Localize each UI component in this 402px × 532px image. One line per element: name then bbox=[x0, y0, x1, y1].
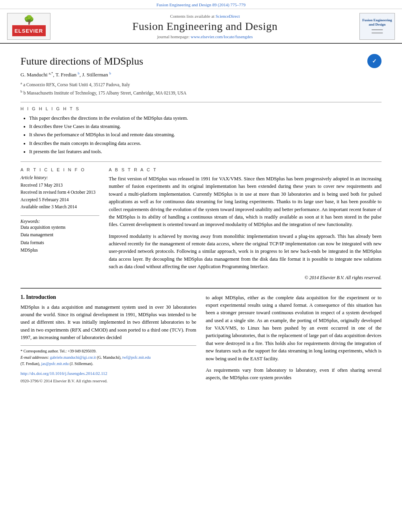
sci-direct-link[interactable]: ScienceDirect bbox=[216, 14, 240, 19]
homepage-link[interactable]: www.elsevier.com/locate/fusengdes bbox=[191, 34, 253, 39]
doi-link[interactable]: http://dx.doi.org/10.1016/j.fusengdes.20… bbox=[20, 370, 196, 377]
keyword-item: Data management bbox=[20, 231, 99, 239]
abstract-paragraph-2: Improved modularity is achieved by movin… bbox=[109, 233, 382, 271]
divider-kw bbox=[20, 215, 99, 216]
article-container: Future directions of MDSplus ✓ G. Manduc… bbox=[0, 44, 402, 394]
homepage-line: journal homepage: www.elsevier.com/locat… bbox=[50, 34, 359, 39]
revised-date: Received in revised form 4 October 2013 bbox=[20, 189, 99, 196]
keywords-list: Data acquisition systems Data management… bbox=[20, 224, 99, 254]
received-date: Received 17 May 2013 bbox=[20, 182, 99, 189]
journal-citation: Fusion Engineering and Design 89 (2014) … bbox=[0, 0, 402, 9]
right-paragraph-1: to adopt MDSplus, either as the complete… bbox=[206, 294, 382, 363]
journal-name: Fusion Engineering and Design bbox=[50, 20, 359, 33]
journal-logo-right: Fusion Engineeringand Design ━━━━━━━━━━━… bbox=[359, 13, 395, 40]
sci-direct-line: Contents lists available at ScienceDirec… bbox=[50, 14, 359, 19]
highlight-item: It presents the last features and tools. bbox=[29, 148, 382, 156]
keywords-label: Keywords: bbox=[20, 219, 99, 224]
right-paragraph-2: As requirements vary from laboratory to … bbox=[206, 367, 382, 382]
body-right-col: to adopt MDSplus, either as the complete… bbox=[206, 294, 382, 386]
abstract-paragraph-1: The first version of MDSplus was release… bbox=[109, 175, 382, 229]
keywords-section: Keywords: Data acquisition systems Data … bbox=[20, 215, 99, 254]
article-history-label: Article history: bbox=[20, 175, 99, 180]
footnote-corresponding: * Corresponding author. Tel.: +39 049 82… bbox=[20, 348, 196, 354]
article-info: A R T I C L E I N F O Article history: R… bbox=[20, 167, 99, 281]
divider-1 bbox=[20, 102, 382, 102]
elsevier-wordmark: ELSEVIER bbox=[12, 25, 46, 36]
highlights-section: H I G H L I G H T S This paper describes… bbox=[20, 106, 382, 156]
highlight-item: This paper describes the directions in t… bbox=[29, 114, 382, 122]
article-title: Future directions of MDSplus bbox=[20, 56, 143, 67]
elsevier-logo-block: 🌳 ELSEVIER bbox=[7, 13, 50, 40]
keyword-item: MDSplus bbox=[20, 247, 99, 254]
email-link-manduchi[interactable]: gabriele.manduchi@igi.cnr.it bbox=[50, 355, 96, 360]
affil-a: a a Consorzio RFX, Corso Stati Uniti 4, … bbox=[20, 80, 382, 88]
abstract-heading: A B S T R A C T bbox=[109, 167, 382, 172]
email-link-twf[interactable]: twf@psfc.mit.edu bbox=[122, 355, 151, 360]
highlight-item: It shows the performance of MDSplus in l… bbox=[29, 131, 382, 139]
divider-2 bbox=[20, 161, 382, 162]
body-divider bbox=[20, 288, 382, 289]
keyword-item: Data acquisition systems bbox=[20, 224, 99, 232]
highlights-heading: H I G H L I G H T S bbox=[20, 106, 382, 111]
affiliations-block: a a Consorzio RFX, Corso Stati Uniti 4, … bbox=[20, 80, 382, 96]
author-affil-b1[interactable]: b bbox=[78, 71, 80, 75]
author-affil-b2[interactable]: b bbox=[109, 71, 111, 75]
copyright-line: © 2014 Elsevier B.V. All rights reserved… bbox=[109, 275, 382, 281]
highlight-item: It describes three Use Cases in data str… bbox=[29, 122, 382, 131]
affil-b: b b Massachusetts Institute of Technolog… bbox=[20, 89, 382, 96]
right-logo-title: Fusion Engineeringand Design bbox=[362, 18, 392, 27]
crossmark-logo: ✓ bbox=[367, 54, 382, 68]
issn-line: 0920-3796/© 2014 Elsevier B.V. All right… bbox=[20, 378, 196, 385]
intro-paragraph-1: MDSplus is a data acquisition and manage… bbox=[20, 304, 196, 342]
journal-title-block: Contents lists available at ScienceDirec… bbox=[50, 14, 359, 39]
article-info-heading: A R T I C L E I N F O bbox=[20, 167, 99, 172]
available-date: Available online 3 March 2014 bbox=[20, 203, 99, 210]
highlight-item: It describes the main concepts in decoup… bbox=[29, 139, 382, 148]
footnotes-block: * Corresponding author. Tel.: +39 049 82… bbox=[20, 345, 196, 384]
accepted-date: Accepted 5 February 2014 bbox=[20, 196, 99, 203]
highlights-list: This paper describes the directions in t… bbox=[20, 114, 382, 156]
journal-header: 🌳 ELSEVIER Contents lists available at S… bbox=[0, 9, 402, 44]
abstract-section: A B S T R A C T The first version of MDS… bbox=[109, 167, 382, 281]
email-link-jas[interactable]: jas@psfc.mit.edu bbox=[41, 361, 69, 366]
tree-icon: 🌳 bbox=[24, 15, 34, 25]
body-content: 1. Introduction MDSplus is a data acquis… bbox=[20, 294, 382, 386]
intro-section-title: 1. Introduction bbox=[20, 294, 196, 300]
info-abstract-row: A R T I C L E I N F O Article history: R… bbox=[20, 167, 382, 281]
right-logo-sub: ━━━━━━━━━━━━━━ bbox=[372, 28, 383, 35]
authors-line: G. Manduchi a,*, T. Fredian b, J. Stille… bbox=[20, 71, 382, 78]
footnote-email: E-mail addresses: gabriele.manduchi@igi.… bbox=[20, 354, 196, 367]
keyword-item: Data formats bbox=[20, 239, 99, 247]
body-left-col: 1. Introduction MDSplus is a data acquis… bbox=[20, 294, 196, 386]
